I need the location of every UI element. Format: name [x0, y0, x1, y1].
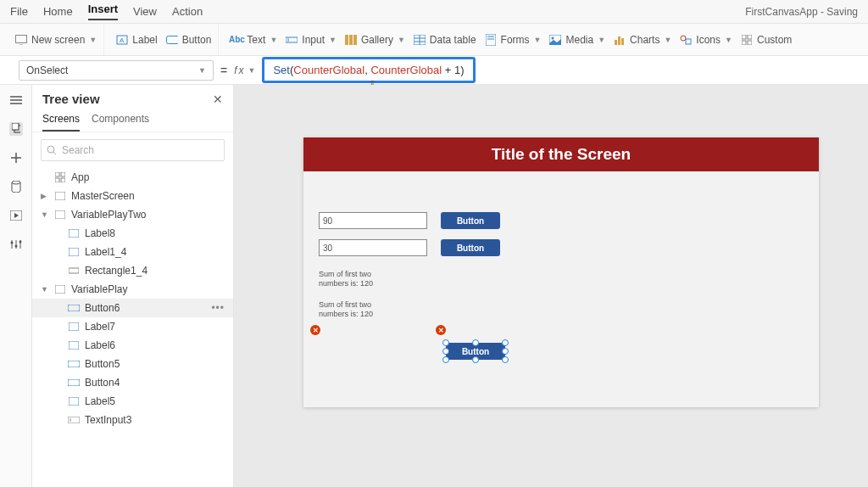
gallery-icon	[345, 34, 357, 46]
menu-file[interactable]: File	[10, 5, 28, 18]
canvas-input-2[interactable]: 30	[319, 239, 427, 256]
resize-handle[interactable]	[442, 356, 449, 363]
property-selector[interactable]: OnSelect ▼	[19, 60, 214, 81]
plus-icon[interactable]	[9, 151, 23, 165]
insert-button-button[interactable]: Button	[166, 34, 212, 46]
chevron-down-icon: ▼	[398, 36, 405, 44]
svg-rect-25	[748, 35, 752, 39]
canvas-sum-label-2[interactable]: Sum of first two numbers is: 120	[319, 300, 373, 319]
resize-handle[interactable]	[472, 339, 479, 346]
tree-node-label5[interactable]: Label5	[32, 392, 233, 411]
tree-node-variableplay[interactable]: ▼VariablePlay	[32, 280, 233, 299]
insert-media-button[interactable]: Media▼	[549, 34, 605, 46]
close-icon[interactable]: ✕	[213, 92, 223, 106]
settings-icon[interactable]	[9, 238, 23, 251]
chevron-down-icon: ▼	[329, 36, 337, 44]
resize-handle[interactable]	[442, 348, 449, 355]
new-screen-button[interactable]: New screen ▼	[15, 34, 97, 46]
svg-point-22	[681, 36, 686, 41]
tree-node-label1-4[interactable]: Label1_4	[32, 243, 233, 261]
insert-text-button[interactable]: AbcText▼	[231, 34, 277, 46]
tree-node-app[interactable]: App	[32, 168, 233, 187]
tree-node-rectangle1-4[interactable]: Rectangle1_4	[32, 261, 233, 280]
tree-view-icon[interactable]	[9, 122, 23, 136]
label-icon	[68, 246, 80, 258]
insert-datatable-button[interactable]: Data table	[414, 34, 476, 46]
tree-node-variableplaytwo[interactable]: ▼VariablePlayTwo	[32, 205, 233, 224]
svg-point-43	[19, 241, 21, 244]
canvas-sum-label-1[interactable]: Sum of first two numbers is: 120	[319, 270, 373, 288]
tree-search-input[interactable]: Search	[41, 139, 225, 161]
left-rail	[0, 85, 32, 487]
screen-title-bar[interactable]: Title of the Screen	[303, 137, 819, 171]
chevron-down-icon: ▼	[598, 36, 605, 44]
tree-node-button6[interactable]: Button6•••	[32, 299, 233, 317]
insert-label-button[interactable]: A Label	[116, 34, 157, 46]
hamburger-icon[interactable]	[9, 93, 23, 107]
canvas-button-2[interactable]: Button	[441, 239, 500, 256]
formula-input[interactable]: Set(CounterGlobal, CounterGlobal + 1) ⇕	[262, 57, 475, 83]
tree-node-label7[interactable]: Label7	[32, 317, 233, 336]
canvas-button-1[interactable]: Button	[441, 212, 500, 229]
chevron-down-icon[interactable]: ▼	[41, 210, 49, 219]
tab-screens[interactable]: Screens	[42, 113, 80, 132]
resize-handle[interactable]	[502, 348, 509, 355]
canvas-input-1[interactable]: 90	[319, 212, 427, 229]
svg-rect-59	[68, 361, 80, 367]
resize-handle[interactable]	[472, 356, 479, 363]
tree-node-masterscreen[interactable]: ▶MasterScreen	[32, 187, 233, 205]
tab-components[interactable]: Components	[92, 113, 149, 132]
insert-input-button[interactable]: Input▼	[286, 34, 337, 46]
menu-view[interactable]: View	[133, 5, 157, 18]
node-label: TextInput3	[85, 414, 131, 426]
tree-node-label6[interactable]: Label6	[32, 336, 233, 355]
button-icon	[68, 358, 80, 370]
menu-home[interactable]: Home	[43, 5, 73, 18]
svg-point-44	[47, 146, 54, 153]
chevron-right-icon[interactable]: ▶	[41, 192, 49, 200]
more-icon[interactable]: •••	[211, 302, 225, 314]
media-rail-icon[interactable]	[9, 209, 23, 222]
svg-rect-4	[166, 36, 178, 43]
fx-icon[interactable]: fx▼	[234, 64, 255, 76]
tree-title: Tree view	[42, 92, 100, 106]
top-menubar: File Home Insert View Action FirstCanvas…	[0, 0, 868, 24]
svg-rect-55	[55, 285, 65, 294]
insert-charts-label: Charts	[630, 34, 659, 46]
error-badge-icon[interactable]: ✕	[436, 325, 446, 335]
tree-node-button4[interactable]: Button4	[32, 373, 233, 392]
node-label: VariablePlayTwo	[71, 209, 147, 221]
chevron-down-icon[interactable]: ▼	[41, 285, 49, 294]
rectangle-icon	[68, 265, 80, 277]
canvas-selected-button6[interactable]: Button	[446, 343, 505, 360]
error-badge-icon[interactable]: ✕	[310, 325, 320, 335]
insert-icons-label: Icons	[696, 34, 721, 46]
tree-list: App ▶MasterScreen ▼VariablePlayTwo Label…	[32, 168, 233, 487]
insert-forms-label: Forms	[501, 34, 530, 46]
insert-custom-button[interactable]: Custom	[741, 34, 792, 46]
tree-node-button5[interactable]: Button5	[32, 355, 233, 373]
insert-charts-button[interactable]: Charts▼	[614, 34, 671, 46]
resize-handle[interactable]	[442, 339, 449, 346]
canvas-area[interactable]: Title of the Screen 90 Button 30 Button …	[234, 85, 868, 487]
insert-forms-button[interactable]: Forms▼	[485, 34, 542, 46]
tree-node-label8[interactable]: Label8	[32, 224, 233, 243]
svg-rect-54	[69, 268, 79, 273]
node-label: VariablePlay	[71, 283, 127, 295]
database-icon[interactable]	[9, 180, 23, 193]
resize-handle[interactable]	[502, 356, 509, 363]
button-icon	[68, 302, 80, 314]
menu-action[interactable]: Action	[172, 5, 203, 18]
insert-icons-button[interactable]: Icons▼	[680, 34, 732, 46]
resize-handle[interactable]	[502, 339, 509, 346]
button-icon	[166, 34, 178, 46]
tree-node-textinput3[interactable]: TextInput3	[32, 411, 233, 429]
node-label: Label1_4	[85, 246, 126, 258]
node-label: Label7	[85, 321, 115, 333]
svg-rect-32	[12, 123, 19, 130]
formula-bar: OnSelect ▼ = fx▼ Set(CounterGlobal, Coun…	[0, 56, 868, 85]
screen-canvas[interactable]: Title of the Screen 90 Button 30 Button …	[303, 137, 819, 407]
menu-insert[interactable]: Insert	[88, 3, 118, 20]
chevron-down-icon: ▼	[198, 66, 206, 75]
insert-gallery-button[interactable]: Gallery▼	[345, 34, 405, 46]
